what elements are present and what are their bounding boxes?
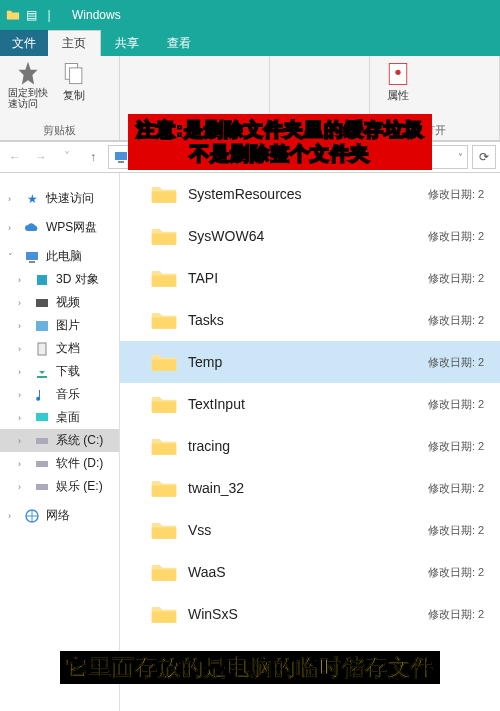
nav-forward-button[interactable]: → — [30, 146, 52, 168]
file-modified: 修改日期: 2 — [428, 355, 500, 370]
file-row-SysWOW64[interactable]: SysWOW64修改日期: 2 — [120, 215, 500, 257]
nav-pc-娱乐 (E:)[interactable]: ›娱乐 (E:) — [0, 475, 119, 498]
folder-icon — [150, 434, 178, 458]
item-icon — [34, 318, 50, 334]
warning-line1: 注意:是删除文件夹里的缓存垃圾 — [136, 118, 423, 142]
file-name: TAPI — [188, 270, 418, 286]
file-modified: 修改日期: 2 — [428, 481, 500, 496]
nav-pc-文档[interactable]: ›文档 — [0, 337, 119, 360]
item-icon — [34, 364, 50, 380]
folder-icon — [150, 518, 178, 542]
item-icon — [34, 272, 50, 288]
svg-rect-8 — [37, 275, 47, 285]
item-icon — [34, 433, 50, 449]
nav-this-pc[interactable]: ˅ 此电脑 — [0, 245, 119, 268]
item-icon — [34, 410, 50, 426]
file-row-TAPI[interactable]: TAPI修改日期: 2 — [120, 257, 500, 299]
nav-pc-系统 (C:)[interactable]: ›系统 (C:) — [0, 429, 119, 452]
nav-pc-图片[interactable]: ›图片 — [0, 314, 119, 337]
item-icon — [34, 341, 50, 357]
file-name: TextInput — [188, 396, 418, 412]
svg-point-3 — [395, 70, 400, 75]
folder-icon — [150, 560, 178, 584]
folder-icon — [150, 308, 178, 332]
tab-file[interactable]: 文件 — [0, 30, 48, 56]
chevron-right-icon: › — [18, 367, 28, 377]
folder-icon — [150, 392, 178, 416]
item-icon — [34, 387, 50, 403]
folder-icon — [150, 350, 178, 374]
file-name: WaaS — [188, 564, 418, 580]
file-row-TextInput[interactable]: TextInput修改日期: 2 — [120, 383, 500, 425]
folder-icon — [150, 602, 178, 626]
file-row-Tasks[interactable]: Tasks修改日期: 2 — [120, 299, 500, 341]
folder-icon — [150, 224, 178, 248]
nav-pc-视频[interactable]: ›视频 — [0, 291, 119, 314]
chevron-right-icon: › — [8, 194, 18, 204]
pin-quickaccess-button[interactable]: 固定到快速访问 — [8, 60, 48, 109]
nav-pc-下载[interactable]: ›下载 — [0, 360, 119, 383]
qat-save-icon[interactable]: ▤ — [24, 8, 38, 22]
pin-icon — [14, 60, 42, 88]
file-modified: 修改日期: 2 — [428, 187, 500, 202]
chevron-right-icon: › — [18, 321, 28, 331]
chevron-right-icon: › — [18, 413, 28, 423]
nav-wps[interactable]: › WPS网盘 — [0, 216, 119, 239]
nav-pc-音乐[interactable]: ›音乐 — [0, 383, 119, 406]
file-modified: 修改日期: 2 — [428, 271, 500, 286]
qat-sep: | — [42, 8, 56, 22]
file-name: twain_32 — [188, 480, 418, 496]
file-row-Vss[interactable]: Vss修改日期: 2 — [120, 509, 500, 551]
file-name: tracing — [188, 438, 418, 454]
file-row-SystemResources[interactable]: SystemResources修改日期: 2 — [120, 173, 500, 215]
file-row-WinSxS[interactable]: WinSxS修改日期: 2 — [120, 593, 500, 635]
properties-button[interactable]: 属性 — [378, 60, 418, 103]
copy-button[interactable]: 复制 — [54, 60, 94, 109]
svg-rect-1 — [70, 68, 82, 84]
tab-share[interactable]: 共享 — [101, 30, 153, 56]
network-icon — [24, 508, 40, 524]
tab-view[interactable]: 查看 — [153, 30, 205, 56]
file-row-twain_32[interactable]: twain_32修改日期: 2 — [120, 467, 500, 509]
svg-rect-7 — [29, 261, 35, 263]
file-row-WaaS[interactable]: WaaS修改日期: 2 — [120, 551, 500, 593]
nav-pc-软件 (D:)[interactable]: ›软件 (D:) — [0, 452, 119, 475]
ribbon: 固定到快速访问 复制 剪贴板 组织 新建 属性 打开 注意:是删除文件夹里的缓存… — [0, 56, 500, 141]
nav-pc-桌面[interactable]: ›桌面 — [0, 406, 119, 429]
folder-icon — [150, 476, 178, 500]
svg-rect-14 — [36, 461, 48, 467]
chevron-right-icon: › — [18, 436, 28, 446]
file-row-Temp[interactable]: Temp修改日期: 2 — [120, 341, 500, 383]
file-name: Vss — [188, 522, 418, 538]
chevron-right-icon: › — [18, 275, 28, 285]
chevron-right-icon: › — [18, 390, 28, 400]
file-row-tracing[interactable]: tracing修改日期: 2 — [120, 425, 500, 467]
svg-rect-9 — [36, 299, 48, 307]
file-name: SystemResources — [188, 186, 418, 202]
file-modified: 修改日期: 2 — [428, 397, 500, 412]
window-title: Windows — [72, 8, 121, 22]
svg-rect-13 — [36, 438, 48, 444]
cloud-icon — [24, 220, 40, 236]
file-modified: 修改日期: 2 — [428, 523, 500, 538]
copy-icon — [60, 60, 88, 88]
properties-label: 属性 — [387, 88, 409, 103]
item-icon — [34, 479, 50, 495]
file-list[interactable]: SystemResources修改日期: 2SysWOW64修改日期: 2TAP… — [120, 173, 500, 711]
file-modified: 修改日期: 2 — [428, 229, 500, 244]
nav-network[interactable]: › 网络 — [0, 504, 119, 527]
svg-rect-10 — [36, 321, 48, 331]
nav-pc-3D 对象[interactable]: ›3D 对象 — [0, 268, 119, 291]
svg-rect-12 — [36, 413, 48, 421]
chevron-right-icon: › — [8, 511, 18, 521]
star-icon: ★ — [24, 191, 40, 207]
nav-history-button[interactable]: ˅ — [56, 146, 78, 168]
folder-qat-icon[interactable] — [6, 8, 20, 22]
item-icon — [34, 295, 50, 311]
chevron-right-icon: › — [18, 482, 28, 492]
folder-icon — [150, 266, 178, 290]
tab-home[interactable]: 主页 — [48, 30, 101, 56]
nav-quick-access[interactable]: › ★ 快速访问 — [0, 187, 119, 210]
file-modified: 修改日期: 2 — [428, 607, 500, 622]
nav-back-button[interactable]: ← — [4, 146, 26, 168]
